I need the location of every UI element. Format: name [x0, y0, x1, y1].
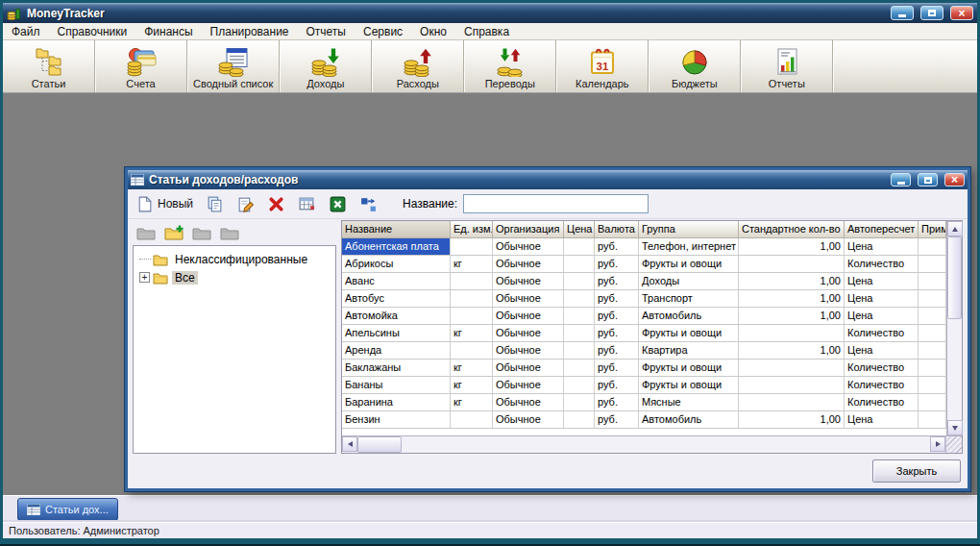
toolbar-button-income[interactable]: Доходы	[280, 40, 372, 92]
table-cell[interactable]	[564, 290, 595, 308]
dialog-maximize-button[interactable]	[918, 173, 938, 186]
taskbar-window-button[interactable]: Статьи дох...	[17, 498, 118, 521]
close-button[interactable]: ×	[950, 6, 973, 20]
table-cell[interactable]: руб.	[595, 290, 639, 308]
table-cell[interactable]: руб.	[595, 238, 639, 256]
horizontal-scroll-thumb[interactable]	[357, 436, 402, 453]
table-cell[interactable]: руб.	[595, 377, 639, 394]
table-cell[interactable]	[919, 325, 946, 342]
table-cell[interactable]: Телефон, интернет	[639, 238, 739, 256]
maximize-button[interactable]	[920, 6, 943, 20]
tree-item-1[interactable]: Неклассифицированные	[134, 250, 335, 268]
vertical-scroll-track[interactable]	[947, 319, 962, 420]
table-cell[interactable]: Цена	[845, 273, 919, 290]
table-cell[interactable]	[919, 273, 946, 290]
toolbar-button-budgets[interactable]: Бюджеты	[649, 40, 741, 92]
table-cell[interactable]: Баранина	[342, 394, 451, 411]
scroll-up-button[interactable]	[947, 221, 963, 236]
table-cell[interactable]: Баклажаны	[342, 360, 451, 377]
table-cell[interactable]: Доходы	[639, 273, 739, 290]
table-cell[interactable]: руб.	[595, 273, 639, 290]
table-cell[interactable]: 1,00	[739, 342, 845, 360]
new-button[interactable]: Новый	[135, 195, 193, 213]
toolbar-button-calendar[interactable]: 31Календарь	[556, 40, 649, 92]
table-cell[interactable]	[739, 360, 845, 377]
toolbar-button-summary-list[interactable]: Сводный список	[187, 40, 280, 92]
toolbar-button-expenses[interactable]: Расходы	[372, 40, 464, 92]
table-cell[interactable]: Фрукты и овощи	[639, 256, 739, 273]
dialog-minimize-button[interactable]	[891, 173, 911, 186]
dialog-close-button[interactable]: ×	[944, 173, 965, 186]
scroll-right-button[interactable]	[930, 436, 945, 452]
table-cell[interactable]	[919, 377, 946, 394]
column-header-6[interactable]: Группа	[639, 221, 739, 238]
table-edit-button[interactable]	[298, 195, 316, 213]
horizontal-scroll-track[interactable]	[402, 436, 930, 453]
table-cell[interactable]	[564, 325, 595, 342]
column-header-1[interactable]: Название	[342, 221, 451, 238]
table-cell[interactable]: Обычное	[493, 377, 564, 394]
table-cell[interactable]: Обычное	[493, 308, 564, 325]
minimize-button[interactable]	[891, 6, 914, 20]
table-cell[interactable]	[451, 342, 493, 360]
column-header-2[interactable]: Ед. изм.	[451, 221, 493, 238]
table-cell[interactable]	[919, 360, 946, 377]
table-cell[interactable]: 1,00	[739, 308, 845, 325]
vertical-scrollbar[interactable]	[946, 221, 962, 435]
table-cell[interactable]: Аванс	[342, 273, 451, 290]
table-cell[interactable]	[451, 273, 493, 290]
table-cell[interactable]	[919, 308, 946, 325]
table-cell[interactable]: Цена	[845, 238, 919, 256]
table-cell[interactable]: Обычное	[493, 290, 564, 308]
table-cell[interactable]: Автомобиль	[639, 308, 739, 325]
table-cell[interactable]	[564, 256, 595, 273]
excel-export-button[interactable]	[329, 195, 347, 213]
table-cell[interactable]	[739, 325, 845, 342]
table-cell[interactable]: Обычное	[493, 256, 564, 273]
table-cell[interactable]: руб.	[595, 360, 639, 377]
table-cell[interactable]: руб.	[595, 256, 639, 273]
menu-item-3[interactable]: Финансы	[135, 25, 201, 38]
menu-item-5[interactable]: Отчеты	[298, 25, 355, 38]
horizontal-scrollbar[interactable]	[342, 436, 945, 453]
scroll-left-button[interactable]	[342, 436, 357, 452]
delete-button[interactable]	[267, 195, 285, 213]
scroll-down-button[interactable]	[947, 420, 963, 435]
tree-item-2[interactable]: +Все	[134, 268, 335, 286]
table-cell[interactable]: Обычное	[493, 273, 564, 290]
column-header-8[interactable]: Автопересчет	[845, 221, 919, 238]
table-cell[interactable]: Количество	[845, 325, 919, 342]
table-cell[interactable]: Количество	[845, 360, 919, 377]
table-cell[interactable]: руб.	[595, 342, 639, 360]
table-cell[interactable]: 1,00	[739, 411, 845, 429]
table-cell[interactable]	[564, 394, 595, 411]
column-header-7[interactable]: Стандартное кол-во	[739, 221, 845, 238]
table-cell[interactable]: кг	[451, 394, 493, 411]
table-cell[interactable]	[919, 342, 946, 360]
table-cell[interactable]: кг	[451, 377, 493, 394]
table-cell[interactable]: Абонентская плата	[342, 238, 451, 256]
table-cell[interactable]	[564, 342, 595, 360]
table-cell[interactable]	[919, 238, 946, 256]
table-cell[interactable]	[919, 394, 946, 411]
table-cell[interactable]: Цена	[845, 342, 919, 360]
table-cell[interactable]: Мясные	[639, 394, 739, 411]
column-header-4[interactable]: Цена	[564, 221, 595, 238]
table-cell[interactable]: Фрукты и овощи	[639, 325, 739, 342]
table-cell[interactable]	[919, 411, 946, 429]
table-cell[interactable]: Обычное	[493, 411, 564, 429]
table-cell[interactable]: Фрукты и овощи	[639, 360, 739, 377]
table-cell[interactable]: 1,00	[739, 273, 845, 290]
table-cell[interactable]: руб.	[595, 308, 639, 325]
table-cell[interactable]: Цена	[845, 308, 919, 325]
table-cell[interactable]	[564, 238, 595, 256]
menu-item-1[interactable]: Файл	[3, 25, 49, 38]
table-cell[interactable]: Обычное	[493, 394, 564, 411]
table-cell[interactable]: кг	[451, 325, 493, 342]
copy-button[interactable]	[206, 195, 224, 213]
table-cell[interactable]: Цена	[845, 290, 919, 308]
table-cell[interactable]	[564, 273, 595, 290]
table-cell[interactable]: Аренда	[342, 342, 451, 360]
edit-button[interactable]	[236, 195, 255, 213]
table-cell[interactable]: Бананы	[342, 377, 451, 394]
